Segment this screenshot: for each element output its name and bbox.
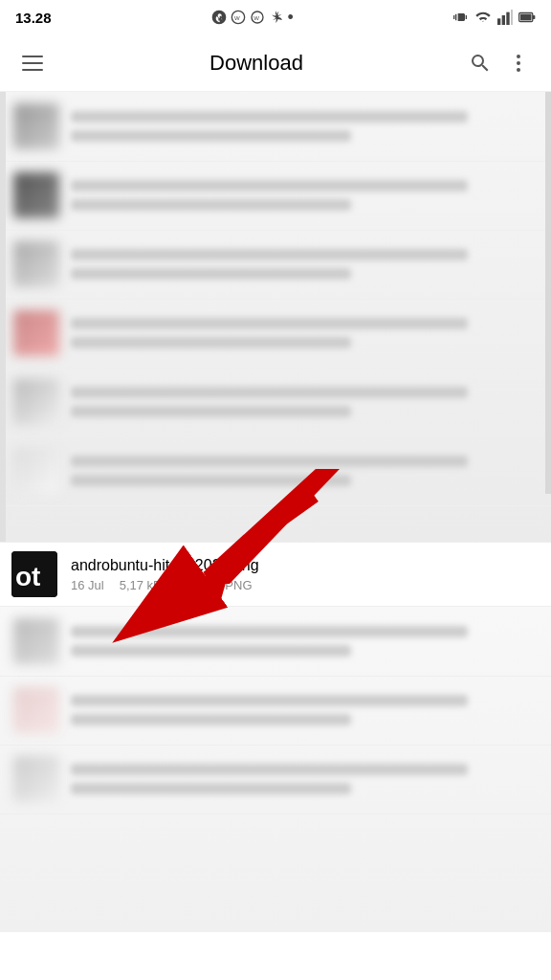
svg-text:W: W xyxy=(253,15,259,21)
file-meta: 16 Jul 5,17 kB Gambar PNG xyxy=(71,578,540,592)
signal-icon xyxy=(497,10,513,25)
blurred-bottom-section xyxy=(0,607,551,932)
blurred-top-section xyxy=(0,92,551,542)
hamburger-icon xyxy=(16,50,49,77)
file-list: ot androbuntu-hitam 2021.png 16 Jul 5,17… xyxy=(0,92,551,980)
blurred-bottom-item-2[interactable] xyxy=(0,676,551,746)
blurred-list-item-1[interactable] xyxy=(0,92,551,162)
svg-point-13 xyxy=(517,61,520,65)
svg-text:ot: ot xyxy=(15,562,40,591)
svg-rect-6 xyxy=(502,15,505,25)
svg-text:W: W xyxy=(234,15,240,21)
status-time: 13.28 xyxy=(15,10,52,26)
vibrate-icon xyxy=(453,9,469,26)
app-bar: Download xyxy=(0,34,551,92)
blurred-list-item-5[interactable] xyxy=(0,368,551,437)
dot-indicator: • xyxy=(288,8,294,28)
blurred-bottom-item-1[interactable] xyxy=(0,607,551,677)
svg-point-14 xyxy=(517,68,520,72)
status-bar: 13.28 W W • xyxy=(0,0,551,34)
wordpress-icon-2: W xyxy=(231,10,246,25)
status-notification-icons: W W • xyxy=(211,8,294,28)
search-button[interactable] xyxy=(461,44,499,82)
svg-rect-8 xyxy=(511,10,513,25)
svg-point-12 xyxy=(517,55,520,58)
more-options-button[interactable] xyxy=(499,44,538,82)
right-scroll-bar[interactable] xyxy=(545,92,551,494)
file-date: 16 Jul xyxy=(71,578,104,592)
search-icon xyxy=(469,52,492,75)
blurred-list-item-2[interactable] xyxy=(0,161,551,231)
file-thumbnail: ot xyxy=(11,551,57,597)
file-info: androbuntu-hitam 2021.png 16 Jul 5,17 kB… xyxy=(71,557,540,592)
svg-rect-7 xyxy=(506,12,509,25)
svg-rect-11 xyxy=(533,15,536,19)
file-size: 5,17 kB xyxy=(120,578,162,592)
androbuntu-thumb: ot xyxy=(11,551,57,597)
page-title: Download xyxy=(52,51,461,76)
wordpress-icon-3: W xyxy=(250,10,265,25)
battery-icon xyxy=(518,11,536,24)
file-type: Gambar PNG xyxy=(177,578,253,592)
blurred-bottom-item-3[interactable] xyxy=(0,745,551,814)
blurred-list-item-4[interactable] xyxy=(0,299,551,368)
file-name: androbuntu-hitam 2021.png xyxy=(71,557,540,574)
status-right-icons xyxy=(453,9,536,26)
more-vertical-icon xyxy=(507,52,530,75)
wifi-icon xyxy=(474,11,492,24)
fan-icon xyxy=(269,10,284,25)
file-item-androbuntu[interactable]: ot androbuntu-hitam 2021.png 16 Jul 5,17… xyxy=(0,542,551,607)
svg-rect-5 xyxy=(497,18,500,25)
left-edge-bar xyxy=(0,92,6,542)
blurred-list-item-6[interactable] xyxy=(0,436,551,506)
menu-button[interactable] xyxy=(13,44,52,82)
svg-rect-10 xyxy=(520,14,532,20)
blurred-list-item-3[interactable] xyxy=(0,230,551,300)
wordpress-icon-1 xyxy=(211,10,227,25)
